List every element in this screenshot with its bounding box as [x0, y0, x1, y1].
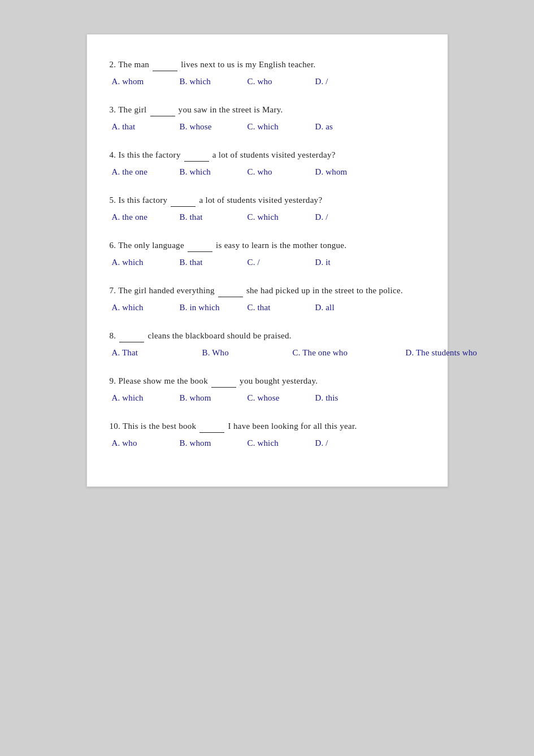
question-post-text: lives next to us is my English teacher. — [181, 60, 315, 69]
option-q8-d[interactable]: D. The students who — [406, 348, 519, 358]
option-q8-c[interactable]: C. The one who — [293, 348, 406, 358]
question-post-text: I have been looking for all this year. — [228, 422, 357, 431]
question-number: 7. — [110, 286, 116, 295]
question-post-text: cleans the blackboard should be praised. — [147, 331, 291, 340]
option-q9-d[interactable]: D. this — [315, 393, 383, 403]
question-pre-text: Is this the factory — [118, 150, 180, 159]
option-q7-c[interactable]: C. that — [248, 303, 315, 312]
option-q8-a[interactable]: A. That — [112, 348, 202, 358]
question-block-q9: 9. Please show me the book you bought ye… — [110, 373, 425, 403]
option-q5-a[interactable]: A. the one — [112, 212, 180, 222]
question-pre-text: Is this factory — [118, 195, 167, 205]
options-row-q5: A. the oneB. thatC. whichD. / — [110, 212, 425, 222]
options-row-q9: A. whichB. whomC. whoseD. this — [110, 393, 425, 403]
question-post-text: you saw in the street is Mary. — [179, 105, 283, 114]
blank-line — [218, 283, 243, 297]
option-q6-c[interactable]: C. / — [248, 258, 315, 267]
option-q6-a[interactable]: A. which — [112, 258, 180, 267]
options-row-q3: A. thatB. whoseC. whichD. as — [110, 122, 425, 132]
question-block-q4: 4. Is this the factory a lot of students… — [110, 147, 425, 177]
options-row-q4: A. the oneB. whichC. whoD. whom — [110, 167, 425, 177]
question-text-q2: 2. The man lives next to us is my Englis… — [110, 57, 425, 71]
question-block-q3: 3. The girl you saw in the street is Mar… — [110, 102, 425, 132]
question-post-text: you bought yesterday. — [240, 376, 318, 385]
option-q6-d[interactable]: D. it — [315, 258, 383, 267]
option-q7-a[interactable]: A. which — [112, 303, 180, 312]
blank-line — [184, 147, 209, 162]
question-pre-text: The girl — [118, 105, 146, 114]
question-number: 9. — [110, 376, 116, 385]
question-number: 5. — [110, 195, 116, 205]
question-post-text: a lot of students visited yesterday? — [212, 150, 336, 159]
question-text-q10: 10. This is the best book I have been lo… — [110, 419, 425, 433]
question-text-q9: 9. Please show me the book you bought ye… — [110, 373, 425, 388]
question-text-q7: 7. The girl handed everything she had pi… — [110, 283, 425, 297]
option-q2-a[interactable]: A. whom — [112, 77, 180, 86]
option-q4-c[interactable]: C. who — [248, 167, 315, 177]
question-block-q5: 5. Is this factory a lot of students vis… — [110, 193, 425, 222]
options-row-q8: A. ThatB. WhoC. The one whoD. The studen… — [110, 348, 425, 358]
question-block-q7: 7. The girl handed everything she had pi… — [110, 283, 425, 312]
question-number: 4. — [110, 150, 116, 159]
options-row-q7: A. whichB. in whichC. thatD. all — [110, 303, 425, 312]
option-q7-d[interactable]: D. all — [315, 303, 383, 312]
option-q2-d[interactable]: D. / — [315, 77, 383, 86]
option-q10-a[interactable]: A. who — [112, 438, 180, 448]
option-q4-d[interactable]: D. whom — [315, 167, 383, 177]
option-q3-b[interactable]: B. whose — [180, 122, 248, 132]
option-q9-b[interactable]: B. whom — [180, 393, 248, 403]
option-q3-c[interactable]: C. which — [248, 122, 315, 132]
question-number: 8. — [110, 331, 116, 340]
option-q5-b[interactable]: B. that — [180, 212, 248, 222]
page-content: 2. The man lives next to us is my Englis… — [86, 34, 448, 487]
question-post-text: a lot of students visited yesterday? — [199, 195, 323, 205]
blank-line — [119, 328, 144, 342]
blank-line — [188, 238, 212, 252]
option-q6-b[interactable]: B. that — [180, 258, 248, 267]
option-q9-a[interactable]: A. which — [112, 393, 180, 403]
question-pre-text: The man — [118, 60, 149, 69]
question-block-q10: 10. This is the best book I have been lo… — [110, 419, 425, 448]
option-q7-b[interactable]: B. in which — [180, 303, 248, 312]
question-pre-text: Please show me the book — [118, 376, 208, 385]
option-q4-a[interactable]: A. the one — [112, 167, 180, 177]
option-q4-b[interactable]: B. which — [180, 167, 248, 177]
options-row-q6: A. whichB. thatC. /D. it — [110, 258, 425, 267]
option-q2-b[interactable]: B. which — [180, 77, 248, 86]
question-text-q8: 8. cleans the blackboard should be prais… — [110, 328, 425, 342]
option-q8-b[interactable]: B. Who — [202, 348, 293, 358]
question-number: 3. — [110, 105, 116, 114]
question-text-q3: 3. The girl you saw in the street is Mar… — [110, 102, 425, 116]
question-post-text: is easy to learn is the mother tongue. — [216, 241, 346, 250]
option-q10-b[interactable]: B. whom — [180, 438, 248, 448]
question-text-q6: 6. The only language is easy to learn is… — [110, 238, 425, 252]
question-pre-text: The only language — [118, 241, 184, 250]
option-q10-c[interactable]: C. which — [248, 438, 315, 448]
option-q3-a[interactable]: A. that — [112, 122, 180, 132]
question-number: 2. — [110, 60, 116, 69]
question-block-q2: 2. The man lives next to us is my Englis… — [110, 57, 425, 86]
blank-line — [153, 57, 177, 71]
blank-line — [171, 193, 196, 207]
option-q9-c[interactable]: C. whose — [248, 393, 315, 403]
question-text-q5: 5. Is this factory a lot of students vis… — [110, 193, 425, 207]
question-pre-text: The girl handed everything — [118, 286, 215, 295]
question-post-text: she had picked up in the street to the p… — [246, 286, 403, 295]
question-number: 10. — [110, 422, 121, 431]
blank-line — [199, 419, 224, 433]
question-text-q4: 4. Is this the factory a lot of students… — [110, 147, 425, 162]
option-q10-d[interactable]: D. / — [315, 438, 383, 448]
option-q5-d[interactable]: D. / — [315, 212, 383, 222]
option-q2-c[interactable]: C. who — [248, 77, 315, 86]
blank-line — [211, 373, 236, 388]
options-row-q10: A. whoB. whomC. whichD. / — [110, 438, 425, 448]
question-block-q6: 6. The only language is easy to learn is… — [110, 238, 425, 267]
option-q5-c[interactable]: C. which — [248, 212, 315, 222]
option-q3-d[interactable]: D. as — [315, 122, 383, 132]
question-number: 6. — [110, 241, 116, 250]
question-block-q8: 8. cleans the blackboard should be prais… — [110, 328, 425, 358]
question-pre-text: This is the best book — [123, 422, 196, 431]
blank-line — [150, 102, 175, 116]
options-row-q2: A. whomB. whichC. whoD. / — [110, 77, 425, 86]
